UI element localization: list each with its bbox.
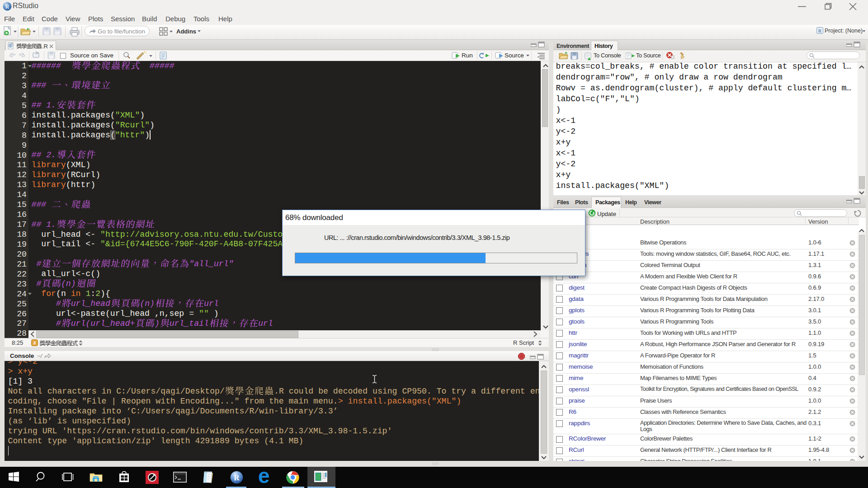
svg-text:R: R: [234, 474, 240, 482]
svg-text:#: #: [33, 341, 36, 346]
svg-text:R: R: [818, 28, 822, 33]
svg-text:R: R: [9, 43, 12, 48]
svg-text:R: R: [5, 3, 9, 10]
svg-text:e: e: [258, 470, 270, 485]
